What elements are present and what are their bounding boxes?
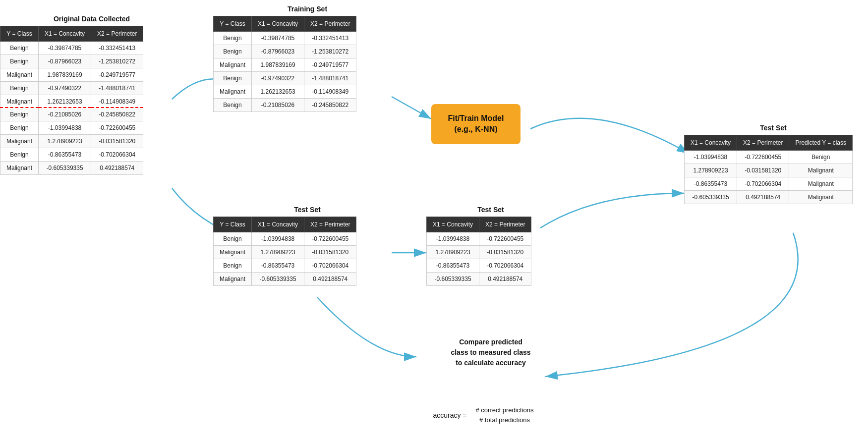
accuracy-numerator: # correct predictions	[473, 406, 537, 415]
fit-train-line1: Fit/Train Model	[443, 113, 509, 124]
test-set-middle-title: Test Set	[426, 206, 555, 214]
tsr-header-predicted: Predicted Y = class	[789, 135, 853, 151]
test-set-left-title: Test Set	[213, 206, 402, 214]
compare-section: Compare predictedclass to measured class…	[406, 337, 575, 373]
training-set-table: Y = Class X1 = Concavity X2 = Perimeter …	[213, 16, 356, 112]
original-data-table: Y = Class X1 = Concavity X2 = Perimeter …	[0, 26, 143, 175]
test-set-left-table: Y = Class X1 = Concavity X2 = Perimeter …	[213, 217, 356, 286]
test-set-right-title: Test Set	[684, 124, 863, 132]
training-set-title: Training Set	[213, 5, 402, 13]
original-data-section: Original Data Collected Y = Class X1 = C…	[0, 15, 183, 175]
accuracy-denominator: # total predictions	[476, 415, 533, 424]
accuracy-formula: accuracy = # correct predictions # total…	[433, 406, 538, 424]
train-header-perimeter: X2 = Perimeter	[304, 16, 356, 32]
page-container: Original Data Collected Y = Class X1 = C…	[0, 0, 868, 443]
tsr-header-perimeter: X2 = Perimeter	[737, 135, 789, 151]
training-set-section: Training Set Y = Class X1 = Concavity X2…	[213, 5, 402, 112]
tsl-header-class: Y = Class	[214, 217, 252, 232]
tsm-header-perimeter: X2 = Perimeter	[479, 217, 531, 232]
accuracy-lhs: accuracy =	[433, 411, 466, 419]
fit-train-line2: (e.g., K-NN)	[443, 124, 509, 135]
compare-label: Compare predictedclass to measured class…	[406, 337, 575, 368]
orig-header-class: Y = Class	[0, 26, 39, 42]
original-data-title: Original Data Collected	[0, 15, 183, 23]
orig-header-concavity: X1 = Concavity	[39, 26, 91, 42]
fit-train-box: Fit/Train Model (e.g., K-NN)	[431, 104, 521, 144]
test-set-right-section: Test Set X1 = Concavity X2 = Perimeter P…	[684, 124, 863, 204]
tsm-header-concavity: X1 = Concavity	[427, 217, 479, 232]
train-header-concavity: X1 = Concavity	[252, 16, 304, 32]
test-set-left-section: Test Set Y = Class X1 = Concavity X2 = P…	[213, 206, 402, 286]
orig-header-perimeter: X2 = Perimeter	[91, 26, 143, 42]
accuracy-formula-section: accuracy = # correct predictions # total…	[387, 406, 585, 424]
test-set-right-table: X1 = Concavity X2 = Perimeter Predicted …	[684, 135, 853, 204]
tsl-header-concavity: X1 = Concavity	[252, 217, 304, 232]
test-set-middle-section: Test Set X1 = Concavity X2 = Perimeter -…	[426, 206, 555, 286]
tsr-header-concavity: X1 = Concavity	[685, 135, 737, 151]
train-header-class: Y = Class	[214, 16, 252, 32]
test-set-middle-table: X1 = Concavity X2 = Perimeter -1.0399483…	[426, 217, 531, 286]
accuracy-fraction: # correct predictions # total prediction…	[473, 406, 537, 424]
tsl-header-perimeter: X2 = Perimeter	[304, 217, 356, 232]
